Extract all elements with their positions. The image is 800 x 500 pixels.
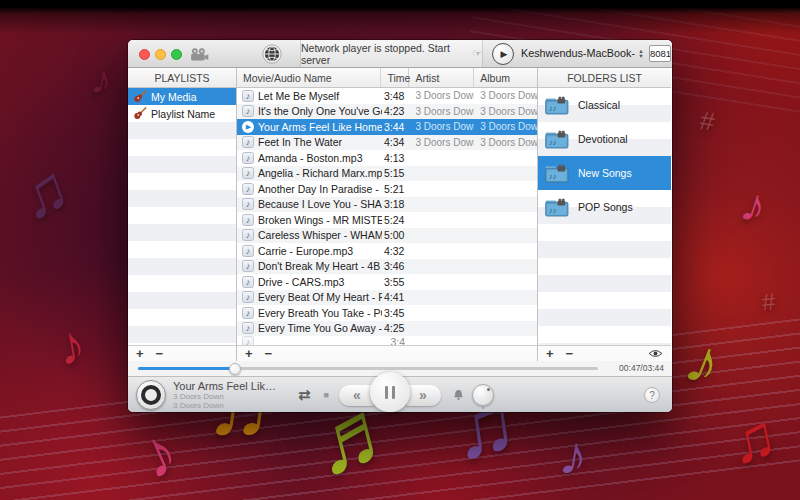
minimize-button[interactable] xyxy=(155,49,166,60)
folders-footer: + − xyxy=(538,345,671,361)
folder-item[interactable]: ♪♪ Devotional xyxy=(538,122,671,156)
progress-fill xyxy=(138,367,235,370)
table-row[interactable]: Don't Break My Heart - 4B 4.mp3 3:46 xyxy=(237,259,537,275)
forward-icon: » xyxy=(419,387,427,403)
audio-folder-icon: ♪♪ xyxy=(545,198,571,217)
playlist-name-label: My Media xyxy=(151,91,197,103)
table-row[interactable]: Feet In The Water 4:34 3 Doors Down 3 Do… xyxy=(237,135,537,151)
folder-item[interactable]: ♪♪ POP Songs xyxy=(538,190,671,224)
stop-button[interactable]: ■ xyxy=(324,390,329,400)
help-button[interactable]: ? xyxy=(644,387,660,403)
table-row[interactable]: Every Breath You Take - POL.mp3 3:45 xyxy=(237,305,537,321)
server-play-button[interactable]: ▶ xyxy=(492,43,514,65)
song-file-icon xyxy=(242,307,254,319)
progress-thumb[interactable] xyxy=(229,363,241,375)
folder-name-label: POP Songs xyxy=(578,201,633,213)
rewind-icon: « xyxy=(353,387,361,403)
remove-folder-button[interactable]: − xyxy=(566,347,574,361)
close-button[interactable] xyxy=(139,49,150,60)
svg-text:♪♪: ♪♪ xyxy=(549,103,557,112)
song-file-icon xyxy=(242,260,254,272)
add-playlist-button[interactable]: + xyxy=(136,347,144,361)
song-name: Your Arms Feel Like Home xyxy=(258,121,382,133)
repeat-button[interactable]: ⇄ xyxy=(298,386,311,404)
network-globe-button[interactable] xyxy=(262,44,282,64)
playlists-panel: PLAYLISTS My Media Playlist Name + − xyxy=(128,68,237,361)
table-row[interactable]: Because I Love You - SHAKIN.mp3 3:18 xyxy=(237,197,537,213)
hostname-stepper[interactable]: ▲ ▼ xyxy=(636,46,646,62)
song-file-icon xyxy=(242,291,254,303)
table-row-partial[interactable]: 3:4 xyxy=(237,336,537,345)
table-row[interactable]: Every Beat Of My Heart - RO.mp3 4:41 xyxy=(237,290,537,306)
song-time: 3:45 xyxy=(382,307,410,319)
bell-icon[interactable] xyxy=(453,389,464,401)
song-name: Drive - CARS.mp3 xyxy=(258,276,344,288)
song-time: 3:55 xyxy=(382,276,410,288)
song-time: 3:18 xyxy=(382,198,410,210)
song-artist: 3 Doors Down xyxy=(409,121,474,132)
table-row[interactable]: Drive - CARS.mp3 3:55 xyxy=(237,274,537,290)
song-album: 3 Doors Down xyxy=(474,90,537,101)
forward-button[interactable]: » xyxy=(405,385,441,406)
song-name: Every Breath You Take - POL.mp3 xyxy=(258,307,382,319)
pause-icon xyxy=(385,386,388,399)
song-time: 5:00 xyxy=(382,229,410,241)
remove-song-button[interactable]: − xyxy=(265,347,273,361)
song-name: Carrie - Europe.mp3 xyxy=(258,245,353,257)
add-song-button[interactable]: + xyxy=(245,347,253,361)
song-time: 5:21 xyxy=(382,183,410,195)
folders-body: ♪♪ Classical ♪♪ Devotional ♪♪ New Songs xyxy=(538,88,671,345)
now-playing-album: 3 Doors Down xyxy=(173,401,298,410)
eye-icon[interactable] xyxy=(648,349,663,358)
progress-track[interactable] xyxy=(138,367,598,370)
song-name: Every Time You Go Away - PA.mp3 xyxy=(258,322,382,334)
zoom-button[interactable] xyxy=(171,49,182,60)
table-row[interactable]: Another Day In Paradise - P.mp3 5:21 xyxy=(237,181,537,197)
now-playing-artist: 3 Doors Down xyxy=(173,392,298,401)
song-name: Every Beat Of My Heart - RO.mp3 xyxy=(258,291,382,303)
folder-name-label: New Songs xyxy=(578,167,632,179)
folder-name-label: Classical xyxy=(578,99,620,111)
song-time: 3:44 xyxy=(382,121,410,133)
table-row[interactable]: Amanda - Boston.mp3 4:13 xyxy=(237,150,537,166)
playlists-footer: + − xyxy=(128,345,236,361)
playlist-item[interactable]: Playlist Name xyxy=(128,105,236,122)
volume-knob[interactable] xyxy=(472,384,494,406)
song-name: Angelia - Richard Marx.mp3 xyxy=(258,167,382,179)
pause-button[interactable] xyxy=(370,372,410,412)
folders-header: FOLDERS LIST xyxy=(538,68,671,88)
table-row[interactable]: It's the Only One You've Got 4:23 3 Door… xyxy=(237,104,537,120)
song-name: Careless Whisper - WHAM.mp3 xyxy=(258,229,382,241)
column-header-time[interactable]: Time xyxy=(381,68,409,87)
song-time: 3:46 xyxy=(382,260,410,272)
playlist-item[interactable]: My Media xyxy=(128,88,236,105)
song-name: Broken Wings - MR MISTER.mp3 xyxy=(258,214,382,226)
music-note-decor: ♫ xyxy=(11,154,78,231)
table-row[interactable]: Careless Whisper - WHAM.mp3 5:00 xyxy=(237,228,537,244)
song-file-icon xyxy=(242,90,254,102)
transport-controls: ⇄ ■ « » xyxy=(298,377,494,413)
server-status-display[interactable]: Network player is stopped. Start server … xyxy=(300,40,483,67)
port-input[interactable] xyxy=(649,45,671,62)
table-row[interactable]: Your Arms Feel Like Home 3:44 3 Doors Do… xyxy=(237,119,537,135)
folder-item[interactable]: ♪♪ New Songs xyxy=(538,156,671,190)
song-time: 4:25 xyxy=(382,322,410,334)
add-folder-button[interactable]: + xyxy=(546,347,554,361)
song-file-icon xyxy=(242,183,254,195)
table-row[interactable]: Every Time You Go Away - PA.mp3 4:25 xyxy=(237,321,537,337)
table-row[interactable]: Broken Wings - MR MISTER.mp3 5:24 xyxy=(237,212,537,228)
song-name: Because I Love You - SHAKIN.mp3 xyxy=(258,198,382,210)
music-note-decor: ♪ xyxy=(54,316,90,374)
song-time: 4:32 xyxy=(382,245,410,257)
music-note-decor: ♪ xyxy=(555,426,592,486)
table-row[interactable]: Carrie - Europe.mp3 4:32 xyxy=(237,243,537,259)
song-artist: 3 Doors Down xyxy=(409,106,474,117)
remove-playlist-button[interactable]: − xyxy=(156,347,164,361)
song-artist: 3 Doors Down xyxy=(409,137,474,148)
column-header-artist[interactable]: Artist xyxy=(409,68,474,87)
column-header-name[interactable]: Movie/Audio Name xyxy=(237,68,381,87)
column-header-album[interactable]: Album xyxy=(474,68,537,87)
folder-item[interactable]: ♪♪ Classical xyxy=(538,88,671,122)
table-row[interactable]: Angelia - Richard Marx.mp3 5:15 xyxy=(237,166,537,182)
table-row[interactable]: Let Me Be Myself 3:48 3 Doors Down 3 Doo… xyxy=(237,88,537,104)
